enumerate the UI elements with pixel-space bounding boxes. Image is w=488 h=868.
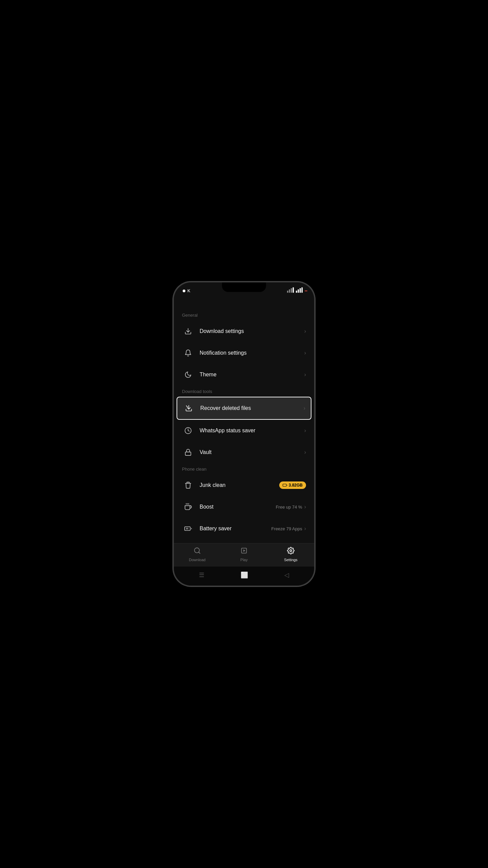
menu-text-recover-deleted-files: Recover deleted files <box>200 405 304 411</box>
settings-nav-icon <box>287 547 294 556</box>
status-dot <box>183 290 185 292</box>
svg-rect-2 <box>291 288 292 293</box>
status-right <box>287 287 307 295</box>
chevron-vault: › <box>304 449 306 455</box>
download-nav-label: Download <box>189 558 206 562</box>
status-bar: K <box>174 282 314 297</box>
svg-point-26 <box>290 550 292 552</box>
menu-item-recover-deleted-files[interactable]: Recover deleted files› <box>177 397 311 420</box>
moon-icon <box>182 369 194 381</box>
chevron-boost: › <box>304 504 306 510</box>
bell-icon <box>182 347 194 359</box>
svg-rect-3 <box>293 287 294 293</box>
section-label-2: Phone clean <box>174 463 314 474</box>
svg-rect-12 <box>187 482 189 484</box>
menu-text-theme: Theme <box>200 372 304 378</box>
menu-item-notification-settings[interactable]: Notification settings› <box>174 342 314 364</box>
svg-rect-1 <box>289 290 290 293</box>
wifi-icon <box>296 287 303 295</box>
svg-line-23 <box>199 552 200 553</box>
menu-item-download-settings[interactable]: Download settings› <box>174 320 314 342</box>
svg-rect-11 <box>185 452 191 455</box>
android-back-btn[interactable]: ◁ <box>279 570 294 580</box>
svg-rect-7 <box>302 287 303 293</box>
menu-sub-boost: Free up 74 % <box>276 505 302 510</box>
menu-item-boost[interactable]: BoostFree up 74 %› <box>174 496 314 518</box>
menu-text-junk-clean: Junk clean <box>200 482 279 488</box>
chevron-whatsapp-status-saver: › <box>304 428 306 434</box>
download-nav-icon <box>194 547 201 556</box>
phone-frame: K <box>173 281 315 587</box>
bottom-nav: Download Play Settings <box>174 543 314 567</box>
chevron-download-settings: › <box>304 328 306 334</box>
svg-rect-0 <box>287 291 288 293</box>
battery-icon <box>182 522 194 535</box>
chevron-battery-saver: › <box>304 526 306 532</box>
download-icon <box>182 325 194 337</box>
nav-settings[interactable]: Settings <box>267 547 314 562</box>
chevron-recover-deleted-files: › <box>304 405 305 411</box>
menu-item-theme[interactable]: Theme› <box>174 364 314 386</box>
svg-marker-25 <box>243 549 245 552</box>
menu-item-whatsapp-status-saver[interactable]: WhatsApp status saver› <box>174 420 314 441</box>
trash-icon <box>182 479 194 491</box>
android-nav: ☰ ⬜ ◁ <box>174 567 314 586</box>
menu-badge-junk-clean: 3.82GB <box>279 481 306 489</box>
menu-text-whatsapp-status-saver: WhatsApp status saver <box>200 428 304 434</box>
clock-icon <box>182 425 194 437</box>
menu-item-junk-clean[interactable]: Junk clean 3.82GB <box>174 474 314 496</box>
menu-sub-battery-saver: Freeze 79 Apps <box>271 526 302 531</box>
menu-text-boost: Boost <box>200 504 276 510</box>
android-home-btn[interactable]: ⬜ <box>235 570 253 580</box>
play-nav-icon <box>240 547 248 556</box>
android-menu-btn[interactable]: ☰ <box>194 570 210 580</box>
lock-icon <box>182 446 194 458</box>
svg-rect-6 <box>300 288 301 293</box>
menu-text-notification-settings: Notification settings <box>200 350 304 356</box>
carrier-label: K <box>187 289 190 293</box>
signal-icon <box>287 287 294 295</box>
svg-rect-13 <box>283 484 286 487</box>
nav-play[interactable]: Play <box>221 547 267 562</box>
chevron-theme: › <box>304 372 306 378</box>
menu-item-vault[interactable]: Vault› <box>174 441 314 463</box>
recover-icon <box>183 402 195 414</box>
sections-container: GeneralDownload settings›Notification se… <box>174 309 314 539</box>
status-left: K <box>181 289 190 293</box>
section-label-1: Download tools <box>174 386 314 397</box>
menu-text-battery-saver: Battery saver <box>200 526 271 532</box>
chevron-notification-settings: › <box>304 350 306 356</box>
phone-wrapper: K <box>163 271 325 597</box>
settings-nav-label: Settings <box>284 558 298 562</box>
section-label-0: General <box>174 309 314 320</box>
boost-icon <box>182 501 194 513</box>
svg-rect-18 <box>185 527 190 531</box>
menu-item-battery-saver[interactable]: Battery saverFreeze 79 Apps› <box>174 518 314 539</box>
menu-text-download-settings: Download settings <box>200 328 304 334</box>
page-title <box>174 297 314 309</box>
play-nav-label: Play <box>240 558 247 562</box>
notch <box>222 282 266 292</box>
battery-badge <box>305 291 307 291</box>
settings-screen: GeneralDownload settings›Notification se… <box>174 297 314 543</box>
menu-text-vault: Vault <box>200 449 304 455</box>
svg-rect-4 <box>296 291 297 293</box>
nav-download[interactable]: Download <box>174 547 221 562</box>
svg-rect-5 <box>298 290 299 293</box>
